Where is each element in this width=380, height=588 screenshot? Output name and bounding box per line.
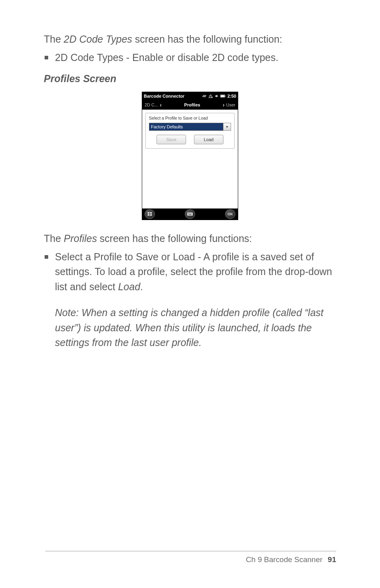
- app-title: Barcode Connector: [144, 94, 184, 98]
- text-frag-italic: 2D Code Types: [64, 33, 132, 45]
- footer-page-number: 91: [328, 555, 336, 564]
- text-frag-italic: Profiles: [64, 233, 97, 244]
- device-titlebar: Barcode Connector 2:50: [142, 92, 238, 100]
- tab-next[interactable]: › User: [220, 100, 238, 110]
- text-frag: The: [44, 233, 64, 244]
- signal-icon: [208, 94, 213, 98]
- clock-label: 2:50: [227, 94, 236, 98]
- text-frag: screen has the following functions:: [97, 233, 252, 244]
- keyboard-button[interactable]: [185, 209, 195, 219]
- tab-prev-label: 2D C...: [145, 102, 158, 107]
- list-item: 2D Code Types - Enable or disable 2D cod…: [44, 50, 336, 65]
- note-text: Note: When a setting is changed a hidden…: [55, 305, 336, 350]
- after-line: The Profiles screen has the following fu…: [44, 231, 336, 246]
- battery-icon: [220, 94, 226, 98]
- start-button[interactable]: [145, 209, 155, 219]
- section-heading: Profiles Screen: [44, 73, 336, 85]
- svg-rect-6: [189, 213, 189, 214]
- chevron-left-icon: ‹: [160, 102, 162, 108]
- tab-current: Profiles: [164, 100, 220, 110]
- svg-rect-5: [188, 213, 188, 214]
- svg-rect-9: [191, 213, 192, 214]
- intro-bullet-list: 2D Code Types - Enable or disable 2D cod…: [44, 50, 336, 65]
- chevron-right-icon: ›: [223, 102, 225, 108]
- intro-line: The 2D Code Types screen has the followi…: [44, 32, 336, 47]
- volume-icon: [215, 94, 219, 98]
- text-frag: screen has the following function:: [132, 33, 282, 45]
- svg-rect-10: [188, 214, 192, 215]
- device-screenshot: Barcode Connector 2:50 2D C... ‹ Profile…: [142, 92, 238, 220]
- svg-rect-3: [221, 95, 224, 97]
- tab-prev[interactable]: 2D C... ‹: [142, 100, 164, 110]
- svg-rect-8: [190, 213, 191, 214]
- tab-next-label: User: [226, 102, 235, 107]
- text-frag-italic: Load: [118, 281, 140, 292]
- page-footer: Ch 9 Barcode Scanner 91: [45, 551, 336, 564]
- profile-combobox[interactable]: Factory Defaults ▼: [149, 123, 231, 131]
- after-bullet-list: Select a Profile to Save or Load - A pro…: [44, 250, 336, 350]
- connectivity-icon: [202, 94, 207, 98]
- list-item: Select a Profile to Save or Load - A pro…: [44, 250, 336, 350]
- chevron-down-icon[interactable]: ▼: [223, 123, 231, 131]
- svg-rect-7: [190, 213, 190, 214]
- device-tabbar: 2D C... ‹ Profiles › User: [142, 100, 238, 110]
- panel-instruction: Select a Profile to Save or Load: [149, 116, 231, 120]
- load-button[interactable]: Load: [194, 135, 223, 144]
- text-frag: Select a Profile to Save or Load - A pro…: [55, 251, 332, 292]
- device-bottombar: OK: [142, 208, 238, 220]
- profile-selected-value: Factory Defaults: [149, 123, 223, 131]
- text-frag: The: [44, 33, 64, 45]
- profile-panel: Select a Profile to Save or Load Factory…: [145, 113, 235, 149]
- text-frag: .: [140, 281, 143, 292]
- footer-chapter: Ch 9 Barcode Scanner: [246, 555, 322, 564]
- svg-rect-4: [187, 212, 193, 216]
- save-button: Save: [157, 135, 186, 144]
- ok-button[interactable]: OK: [225, 209, 235, 219]
- svg-rect-2: [225, 96, 225, 96]
